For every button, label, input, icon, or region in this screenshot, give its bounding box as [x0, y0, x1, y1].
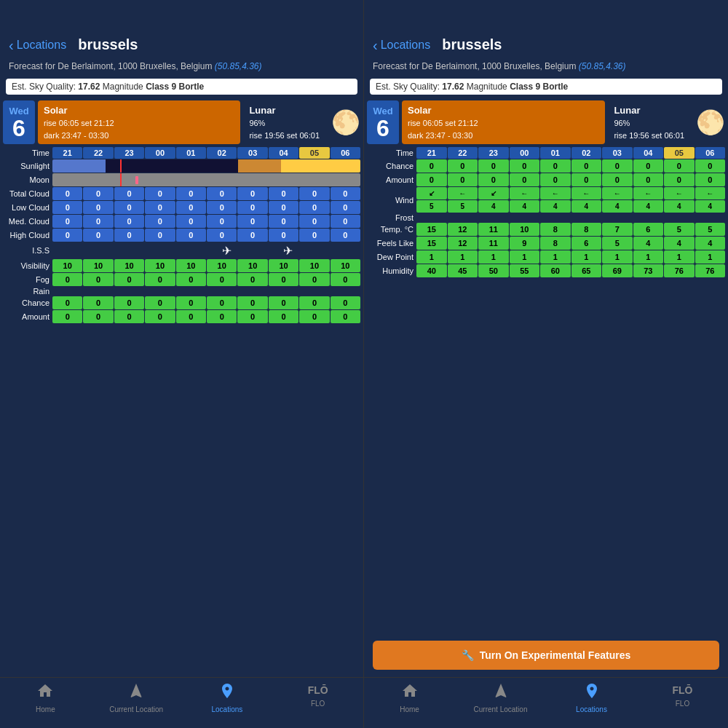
nav-icon-current-location: [127, 682, 145, 704]
cells-row: 0000000000: [52, 296, 360, 309]
data-cell: 0: [176, 229, 206, 242]
data-cell: 0: [299, 215, 329, 228]
data-cell: 50: [478, 264, 509, 277]
header: ‹Locationsbrussels: [0, 0, 363, 59]
nav-icon-flo: FLŌ: [308, 682, 328, 698]
data-cell: 0: [83, 201, 113, 214]
data-cell: 0: [83, 296, 113, 309]
data-cell: 0: [269, 201, 298, 214]
back-button[interactable]: ‹Locations: [373, 38, 430, 52]
row-label: Visibility: [3, 261, 52, 270]
iss-cell: [83, 242, 113, 258]
data-cell: 11: [478, 237, 509, 250]
time-cell-21: 21: [416, 147, 447, 159]
back-button[interactable]: ‹Locations: [9, 38, 66, 52]
data-cell: 5: [695, 223, 726, 236]
row-wind: Wind↙←↙←←←←←←←5544444444: [367, 187, 725, 213]
data-cell: 73: [633, 264, 664, 277]
nav-item-home[interactable]: Home: [0, 682, 91, 713]
row-moon: Moon: [3, 173, 360, 186]
data-cell: 10: [114, 259, 144, 272]
data-cell: 0: [114, 273, 144, 286]
wrench-icon: 🔧: [462, 649, 474, 661]
data-cell: 0: [331, 296, 360, 309]
lunar-pct: 96%: [614, 117, 630, 130]
sky-quality-class: Class 9 Bortle: [510, 82, 568, 92]
row-sunlight: Sunlight: [3, 159, 360, 173]
iss-cell: [176, 242, 206, 258]
data-cell: 0: [52, 215, 82, 228]
wind-arrow-cell: ←: [571, 187, 602, 199]
wind-speed-cell: 4: [540, 200, 571, 213]
data-cell: 0: [145, 273, 175, 286]
lunar-rise: rise 19:56 set 06:01: [249, 130, 320, 142]
data-cell: 10: [52, 259, 82, 272]
time-cell-22: 22: [448, 147, 478, 159]
row-label: Moon: [3, 175, 52, 184]
data-cell: 0: [145, 229, 175, 242]
data-cell: 8: [540, 237, 571, 250]
data-cell: 8: [540, 223, 571, 236]
iss-cells: ✈✈: [52, 242, 360, 258]
wind-speed-cell: 4: [633, 200, 664, 213]
data-rows: Chance0000000000Amount0000000000Wind↙←↙←…: [364, 159, 728, 633]
nav-item-current-location[interactable]: Current Location: [91, 682, 182, 713]
sun-morn-seg: [281, 159, 360, 173]
iss-cell: [114, 242, 144, 258]
cells-row: 0000000000: [52, 229, 360, 242]
iss-cell: [52, 242, 82, 258]
cells-row: 10101010101010101010: [52, 259, 360, 272]
data-cell: 0: [269, 310, 298, 323]
sun-dawn-seg: [238, 159, 280, 173]
time-cell-00: 00: [510, 147, 540, 159]
sky-quality-unit: Magnitude: [103, 82, 143, 92]
time-cell-04: 04: [633, 147, 664, 159]
nav-item-flo[interactable]: FLŌFLO: [272, 682, 363, 713]
nav-item-current-location[interactable]: Current Location: [455, 682, 546, 713]
data-cell: 0: [540, 173, 571, 186]
experimental-features-button[interactable]: 🔧Turn On Experimental Features: [373, 641, 719, 670]
data-cell: 0: [510, 173, 540, 186]
row-label: Med. Cloud: [3, 217, 52, 226]
wind-arrow-cell: ↙: [416, 187, 447, 199]
time-cell-23: 23: [114, 147, 144, 159]
data-cell: 0: [269, 187, 298, 200]
nav-icon-home: [401, 682, 419, 704]
nav-item-locations[interactable]: Locations: [546, 682, 637, 713]
date-solar-lunar-bar: Wed6Solarrise 06:05 set 21:12dark 23:47 …: [0, 98, 363, 146]
data-cell: 11: [478, 223, 509, 236]
data-cell: 10: [510, 223, 540, 236]
data-cell: 10: [176, 259, 206, 272]
data-cell: 0: [52, 187, 82, 200]
data-cell: 0: [83, 273, 113, 286]
data-cell: 40: [416, 264, 447, 277]
data-cell: 0: [52, 201, 82, 214]
time-cell-03: 03: [602, 147, 633, 159]
data-cell: 10: [237, 259, 267, 272]
page-title: brussels: [78, 36, 138, 53]
data-cell: 0: [695, 159, 726, 173]
nav-item-home[interactable]: Home: [364, 682, 455, 713]
date-solar-lunar-bar: Wed6Solarrise 06:05 set 21:12dark 23:47 …: [364, 98, 728, 146]
nav-item-locations[interactable]: Locations: [182, 682, 273, 713]
row-label: Humidity: [367, 266, 416, 275]
solar-block: Solarrise 06:05 set 21:12dark 23:47 - 03…: [38, 100, 240, 145]
moon-time-line: [120, 173, 122, 186]
data-cell: 0: [237, 296, 267, 309]
nav-item-flo[interactable]: FLŌFLO: [637, 682, 728, 713]
data-cell: 0: [571, 173, 602, 186]
data-cell: 55: [510, 264, 540, 277]
current-time-line: [120, 159, 122, 173]
wind-arrow-cell: ←: [448, 187, 478, 199]
iss-cell: [331, 242, 360, 258]
data-cell: 0: [207, 273, 237, 286]
sky-quality-class: Class 9 Bortle: [146, 82, 204, 92]
lunar-pct: 96%: [249, 117, 265, 130]
moon-visual: [52, 173, 360, 186]
solar-title: Solar: [44, 105, 68, 116]
back-label: Locations: [381, 39, 431, 52]
data-cell: 4: [633, 237, 664, 250]
data-cell: 0: [176, 201, 206, 214]
time-cell-06: 06: [695, 147, 726, 159]
data-cell: 0: [83, 229, 113, 242]
